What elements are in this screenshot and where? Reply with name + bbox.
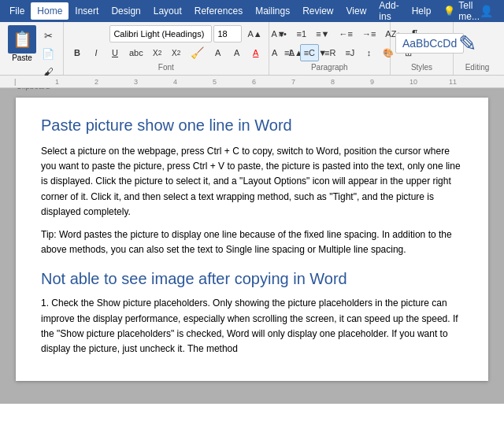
bullets-button[interactable]: ≡•	[274, 25, 291, 42]
paragraph-label: Paragraph	[274, 61, 385, 72]
menu-help[interactable]: Help	[406, 2, 438, 20]
bold-button[interactable]: B	[69, 44, 86, 61]
styles-group: AaBbCcDd Styles	[391, 22, 454, 75]
document-body1[interactable]: Select a picture on the webpage, press C…	[41, 144, 463, 220]
font-size-input[interactable]	[213, 25, 242, 42]
menu-file[interactable]: File	[3, 2, 31, 20]
document-tip[interactable]: Tip: Word pastes the picture to display …	[41, 227, 463, 257]
font-label: Font	[69, 61, 264, 72]
menu-mailings[interactable]: Mailings	[249, 2, 296, 20]
tell-me-text: Tell me...	[458, 0, 480, 22]
tell-me-bar[interactable]: 💡 Tell me...	[443, 0, 480, 22]
person-icon: 👤	[480, 5, 493, 17]
share-area: 👤 🔗 Share	[480, 2, 504, 20]
font-name-input[interactable]	[109, 25, 212, 42]
text-color-button[interactable]: A	[247, 44, 265, 61]
justify-button[interactable]: ≡J	[341, 44, 358, 61]
document-title1: Paste picture show one line in Word	[41, 116, 463, 135]
share-button[interactable]: 🔗 Share	[496, 2, 504, 20]
clipboard-group: 📋 Paste ✂ 📄 🖌 Clipboard	[3, 22, 64, 75]
menu-review[interactable]: Review	[296, 2, 339, 20]
cut-button[interactable]: ✂	[38, 27, 58, 44]
clear-format-button[interactable]: 🧹	[187, 44, 208, 61]
decrease-indent-button[interactable]: ←≡	[335, 25, 356, 42]
menu-layout[interactable]: Layout	[147, 2, 188, 20]
increase-font-button[interactable]: A▲	[243, 25, 265, 42]
menu-design[interactable]: Design	[105, 2, 146, 20]
menu-references[interactable]: References	[188, 2, 249, 20]
menu-bar: File Home Insert Design Layout Reference…	[0, 0, 504, 22]
ribbon: 📋 Paste ✂ 📄 🖌 Clipboard A▲ A▼ B	[0, 22, 504, 76]
increase-indent-button[interactable]: →≡	[358, 25, 380, 42]
document-area: Paste picture show one line in Word Sele…	[0, 88, 504, 404]
styles-preview: AaBbCcDd	[402, 37, 457, 50]
menu-view[interactable]: View	[340, 2, 373, 20]
align-right-button[interactable]: ≡R	[321, 44, 339, 61]
font-group: A▲ A▼ B I U abc X2 X2 🧹 A A A A A▲ A▼ Fo…	[64, 22, 269, 75]
paragraph-group: ≡• ≡1 ≡▼ ←≡ →≡ AZ↓ ¶ ≡L ≡C ≡R ≡J ↕ 🎨 ⊞ P…	[269, 22, 391, 75]
align-left-button[interactable]: ≡L	[280, 44, 298, 61]
copy-button[interactable]: 📄	[38, 45, 58, 62]
ruler: | 1 2 3 4 5 6 7 8 9 10 11	[0, 76, 504, 88]
multilevel-button[interactable]: ≡▼	[312, 25, 333, 42]
editing-icon: ✎	[458, 31, 476, 57]
numbering-button[interactable]: ≡1	[293, 25, 311, 42]
editing-group: ✎ Editing	[454, 22, 501, 75]
subscript-button[interactable]: X2	[149, 44, 166, 61]
italic-button[interactable]: I	[87, 44, 105, 61]
document-title2: Not able to see image after copying in W…	[41, 270, 463, 288]
lightbulb-icon: 💡	[443, 6, 455, 17]
strikethrough-button[interactable]: abc	[125, 44, 147, 61]
paste-icon: 📋	[8, 25, 36, 54]
menu-insert[interactable]: Insert	[69, 2, 105, 20]
underline-button[interactable]: U	[106, 44, 124, 61]
document-page: Paste picture show one line in Word Sele…	[16, 98, 488, 381]
align-center-button[interactable]: ≡C	[300, 44, 319, 61]
editing-label: Editing	[458, 61, 496, 72]
superscript-button[interactable]: X2	[168, 44, 185, 61]
font-color-button[interactable]: A	[209, 44, 227, 61]
document-body2[interactable]: 1. Check the Show picture placeholders. …	[41, 296, 463, 357]
paste-label: Paste	[12, 54, 32, 62]
highlight-button[interactable]: A	[228, 44, 246, 61]
styles-label: Styles	[395, 61, 448, 72]
line-spacing-button[interactable]: ↕	[360, 44, 377, 61]
menu-home[interactable]: Home	[31, 2, 69, 20]
